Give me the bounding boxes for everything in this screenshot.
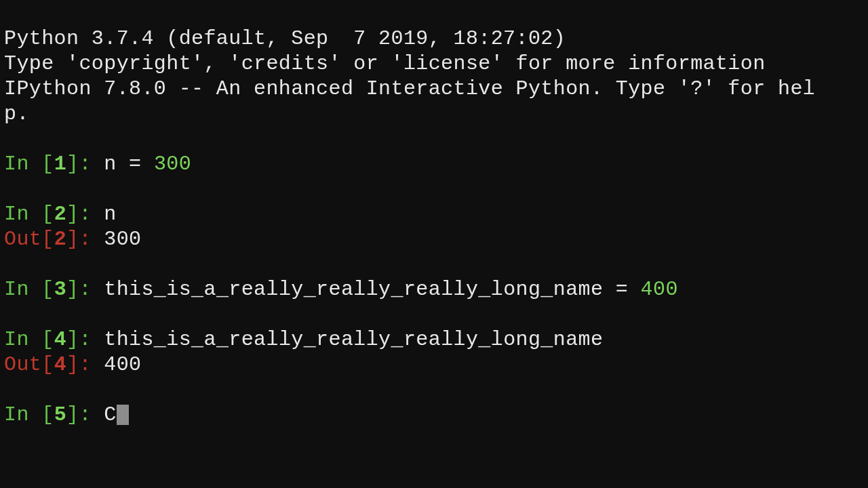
out-prompt-number: 4 xyxy=(54,353,66,376)
in-prompt-number: 3 xyxy=(54,278,66,301)
banner-line-2: Type 'copyright', 'credits' or 'license'… xyxy=(4,52,766,75)
in-prompt-number: 1 xyxy=(54,152,66,176)
in-prompt-word: In xyxy=(4,152,41,176)
in-prompt-rbracket: ]: xyxy=(66,403,104,426)
code-cell-2: n xyxy=(104,203,116,226)
in-prompt-word: In xyxy=(4,278,41,301)
code-cell-5-input[interactable]: C xyxy=(104,403,116,426)
in-prompt-word: In xyxy=(4,403,41,426)
in-prompt-number: 4 xyxy=(54,328,66,351)
in-prompt-rbracket: ]: xyxy=(66,328,104,351)
out-prompt-lbracket: [ xyxy=(41,228,54,251)
code-cell-4: this_is_a_really_really_really_long_name xyxy=(104,328,603,351)
out-prompt-word: Out xyxy=(4,228,41,251)
out-prompt-number: 2 xyxy=(54,228,66,251)
in-prompt-lbracket: [ xyxy=(41,203,54,226)
in-prompt-number: 5 xyxy=(54,403,66,426)
in-prompt-word: In xyxy=(4,328,41,351)
banner-line-3: IPython 7.8.0 -- An enhanced Interactive… xyxy=(4,77,815,100)
out-prompt-word: Out xyxy=(4,353,41,376)
in-prompt-word: In xyxy=(4,203,41,226)
banner-line-1: Python 3.7.4 (default, Sep 7 2019, 18:27… xyxy=(4,27,566,50)
in-prompt-number: 2 xyxy=(54,203,66,226)
banner-line-4: p. xyxy=(4,102,29,125)
in-prompt-lbracket: [ xyxy=(41,403,54,426)
in-prompt-rbracket: ]: xyxy=(66,203,104,226)
out-prompt-rbracket: ]: xyxy=(66,353,104,376)
code-cell-3: this_is_a_really_really_really_long_name… xyxy=(104,278,640,301)
code-cell-1: n = xyxy=(104,152,154,176)
out-prompt-lbracket: [ xyxy=(41,353,54,376)
code-literal-3: 400 xyxy=(641,278,678,301)
cursor-icon xyxy=(117,405,129,425)
terminal-viewport[interactable]: Python 3.7.4 (default, Sep 7 2019, 18:27… xyxy=(0,0,868,428)
code-literal-1: 300 xyxy=(154,152,191,176)
in-prompt-rbracket: ]: xyxy=(66,278,104,301)
in-prompt-lbracket: [ xyxy=(41,328,54,351)
out-prompt-rbracket: ]: xyxy=(66,228,104,251)
in-prompt-rbracket: ]: xyxy=(66,152,104,176)
out-result-2: 300 xyxy=(104,228,141,251)
in-prompt-lbracket: [ xyxy=(41,278,54,301)
out-result-4: 400 xyxy=(104,353,141,376)
in-prompt-lbracket: [ xyxy=(41,152,54,176)
